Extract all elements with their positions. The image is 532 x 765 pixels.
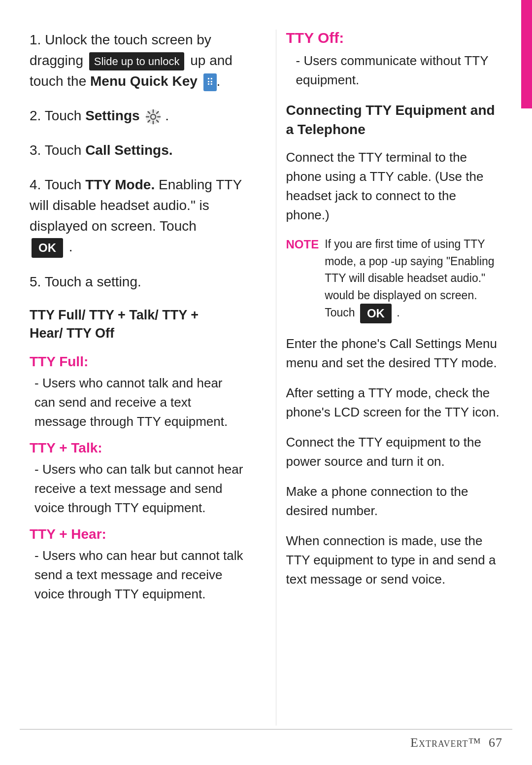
- right-step-3: After setting a TTY mode, check the phon…: [286, 383, 503, 422]
- right-step-1: Connect the TTY terminal to the phone us…: [286, 148, 503, 225]
- tty-hear-desc: - Users who can hear but cannot talk sen…: [30, 546, 246, 604]
- step-1: 1. Unlock the touch screen by dragging S…: [30, 30, 246, 92]
- pink-accent-bar: [521, 0, 532, 108]
- tty-off-desc: - Users communicate without TTY equipmen…: [286, 51, 503, 90]
- note-block: NOTE If you are first time of using TTY …: [286, 236, 503, 323]
- tty-full-desc: - Users who cannot talk and hear can sen…: [30, 374, 246, 431]
- menu-quick-key-icon: ⠿: [203, 73, 217, 91]
- tty-talk-desc: - Users who can talk but cannot hear rec…: [30, 460, 246, 518]
- ok-badge-note: OK: [360, 304, 392, 323]
- footer-divider: [20, 729, 512, 730]
- tty-modes-heading: TTY Full/ TTY + Talk/ TTY +Hear/ TTY Off: [30, 306, 246, 344]
- step-2-dot: .: [165, 108, 169, 123]
- footer-page: 67: [489, 735, 502, 750]
- right-step-2-text: Enter the phone's Call Settings Menu men…: [286, 336, 497, 370]
- step-4-text: 4. Touch TTY Mode. Enabling TTY will dis…: [30, 177, 242, 234]
- step-2-text: 2. Touch Settings: [30, 108, 143, 123]
- step-1-dot: .: [217, 73, 221, 89]
- step-4: 4. Touch TTY Mode. Enabling TTY will dis…: [30, 174, 246, 258]
- step-5-text: 5. Touch a setting.: [30, 274, 141, 289]
- right-step-4-text: Connect the TTY equipment to the power s…: [286, 435, 482, 469]
- left-column: 1. Unlock the touch screen by dragging S…: [30, 30, 256, 726]
- tty-full-label: TTY Full:: [30, 354, 246, 370]
- ok-badge-step4: OK: [32, 238, 63, 258]
- right-step-6-text: When connection is made, use the TTY equ…: [286, 533, 496, 587]
- tty-off-label: TTY Off:: [286, 30, 503, 46]
- right-step-2: Enter the phone's Call Settings Menu men…: [286, 334, 503, 373]
- right-step-4: Connect the TTY equipment to the power s…: [286, 433, 503, 471]
- right-step-3-text: After setting a TTY mode, check the phon…: [286, 385, 499, 419]
- step-5: 5. Touch a setting.: [30, 272, 246, 292]
- step-4-dot: .: [69, 239, 73, 254]
- connecting-heading: Connecting TTY Equipment and a Telephone: [286, 101, 503, 139]
- right-step-1-text: Connect the TTY terminal to the phone us…: [286, 150, 484, 222]
- settings-gear-icon: [145, 109, 161, 125]
- tty-hear-label: TTY + Hear:: [30, 526, 246, 542]
- step-3-text: 3. Touch Call Settings.: [30, 142, 173, 158]
- right-column: TTY Off: - Users communicate without TTY…: [276, 30, 503, 726]
- page: 1. Unlock the touch screen by dragging S…: [0, 0, 532, 765]
- slide-unlock-badge: Slide up to unlock: [89, 52, 185, 70]
- footer-brand: Extravert: [410, 735, 468, 750]
- footer: Extravert™ 67: [410, 735, 502, 750]
- right-step-5-text: Make a phone connection to the desired n…: [286, 484, 468, 518]
- step-3: 3. Touch Call Settings.: [30, 140, 246, 161]
- note-text: If you are first time of using TTY mode,…: [325, 236, 502, 323]
- right-step-6: When connection is made, use the TTY equ…: [286, 531, 503, 589]
- note-label: NOTE: [286, 236, 319, 323]
- step-2: 2. Touch Settings .: [30, 105, 246, 126]
- content-area: 1. Unlock the touch screen by dragging S…: [0, 0, 532, 765]
- right-step-5: Make a phone connection to the desired n…: [286, 482, 503, 521]
- tty-talk-label: TTY + Talk:: [30, 440, 246, 456]
